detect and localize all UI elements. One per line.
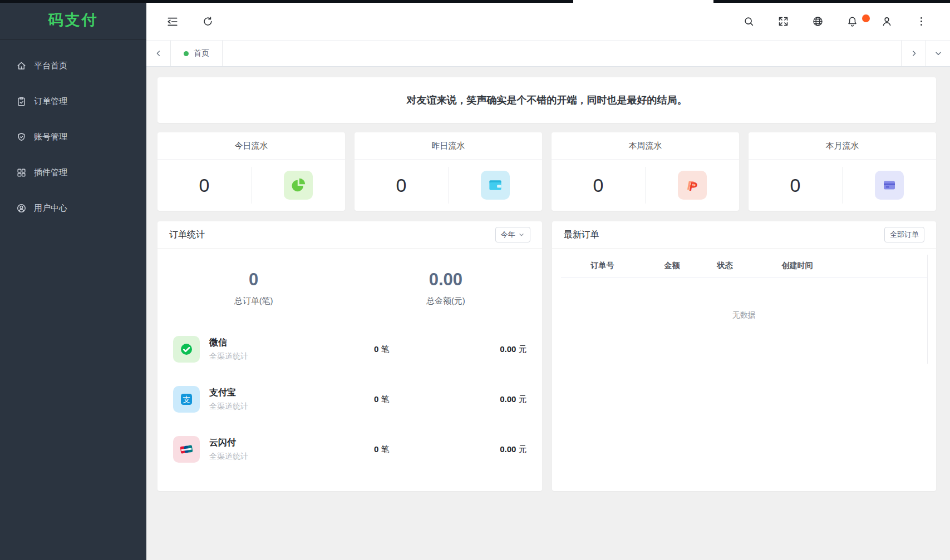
sidebar-item-plugin-management[interactable]: 插件管理 <box>0 155 146 190</box>
panels-row: 订单统计 今年 0 总订单(笔) 0.00 总金额(元 <box>157 221 936 491</box>
tab-home[interactable]: 首页 <box>171 41 223 66</box>
pay-channel-count: 0 笔 <box>374 444 408 455</box>
quote-banner: 对友谊来说，笑声确实是个不错的开端，同时也是最好的结局。 <box>157 77 936 123</box>
stat-card-this-month: 本月流水 0 <box>749 132 936 211</box>
user-icon[interactable] <box>881 16 893 27</box>
latest-orders-title: 最新订单 <box>564 229 599 241</box>
pay-channel-row-wechat[interactable]: 微信 全渠道统计 0 笔 0.00 元 <box>173 324 527 374</box>
table-scrollbar-track[interactable] <box>927 255 928 364</box>
stat-card-title: 本月流水 <box>749 132 936 160</box>
svg-text:P: P <box>689 180 697 194</box>
paypal-icon: PP <box>678 171 707 200</box>
topbar-right <box>743 16 927 27</box>
wallet-icon <box>481 171 510 200</box>
column-header-status: 状态 <box>700 261 750 271</box>
tabs-scroll-right-icon[interactable] <box>901 41 926 66</box>
sidebar-item-label: 账号管理 <box>34 132 67 142</box>
stat-card-value: 0 <box>157 175 251 196</box>
pay-channel-name: 云闪付 <box>209 437 374 449</box>
stat-card-body: 0 <box>749 160 936 211</box>
order-stats-panel: 订单统计 今年 0 总订单(笔) 0.00 总金额(元 <box>157 221 542 491</box>
pay-channel-row-unionpay[interactable]: 云闪付 全渠道统计 0 笔 0.00 元 <box>173 424 527 474</box>
search-icon[interactable] <box>743 16 755 27</box>
stat-card-title: 昨日流水 <box>355 132 542 160</box>
stat-card-value: 0 <box>749 175 842 196</box>
sidebar-item-label: 订单管理 <box>34 96 67 107</box>
stat-card-value: 0 <box>355 175 448 196</box>
user-center-icon <box>16 203 27 214</box>
stat-card-body: 0 <box>157 160 345 211</box>
pay-channel-subtitle: 全渠道统计 <box>209 402 374 412</box>
pay-channel-amount: 0.00 元 <box>408 444 527 455</box>
total-orders: 0 总订单(笔) <box>157 270 350 306</box>
main-area: 首页 对友谊来说，笑声确实是个不错的开端，同时也是最好的结局。 今日流水 0 <box>146 0 950 560</box>
window-top-edge-gap <box>573 0 713 3</box>
app-logo: 码支付 <box>0 0 146 40</box>
stat-card-yesterday: 昨日流水 0 <box>355 132 542 211</box>
chevron-down-icon <box>518 231 525 238</box>
sidebar-item-label: 插件管理 <box>34 167 67 178</box>
column-header-created-at: 创建时间 <box>750 261 845 271</box>
pay-channel-amount: 0.00 元 <box>408 394 527 405</box>
unionpay-icon <box>173 436 200 463</box>
pay-channel-subtitle: 全渠道统计 <box>209 452 374 462</box>
window-top-edge <box>0 0 950 3</box>
order-icon <box>16 96 27 107</box>
content: 对友谊来说，笑声确实是个不错的开端，同时也是最好的结局。 今日流水 0 <box>146 67 950 560</box>
orders-table-header: 订单号 金额 状态 创建时间 <box>561 254 928 278</box>
tabbar: 首页 <box>146 40 950 67</box>
pay-channel-count: 0 笔 <box>374 394 408 405</box>
sidebar-item-account-management[interactable]: 账号管理 <box>0 119 146 155</box>
column-header-order-no: 订单号 <box>561 261 644 271</box>
account-icon <box>16 132 27 142</box>
sidebar-item-order-management[interactable]: 订单管理 <box>0 83 146 119</box>
fold-sidebar-icon[interactable] <box>166 16 179 28</box>
active-tab-dot <box>184 51 189 56</box>
topbar-left <box>166 16 214 28</box>
tabs-menu-chevron-down-icon[interactable] <box>926 41 950 66</box>
tab-label: 首页 <box>194 48 209 58</box>
pay-channel-name: 支付宝 <box>209 387 374 399</box>
pay-channel-name: 微信 <box>209 337 374 349</box>
total-amount: 0.00 总金额(元) <box>350 270 542 306</box>
stat-card-today: 今日流水 0 <box>157 132 345 211</box>
pay-channel-row-alipay[interactable]: 支 支付宝 全渠道统计 0 笔 0.00 <box>173 374 527 424</box>
pay-channel-count: 0 笔 <box>374 344 408 355</box>
year-range-dropdown[interactable]: 今年 <box>495 227 530 242</box>
notification-dot <box>862 14 870 22</box>
stat-card-value: 0 <box>552 175 645 196</box>
total-orders-value: 0 <box>157 270 350 290</box>
tabs-scroll-left-icon[interactable] <box>146 41 171 66</box>
stat-cards-row: 今日流水 0 昨日流水 0 <box>157 132 936 211</box>
pay-channel-amount: 0.00 元 <box>408 344 527 355</box>
total-amount-label: 总金额(元) <box>350 296 542 306</box>
stat-card-title: 今日流水 <box>157 132 345 160</box>
svg-text:支: 支 <box>183 395 190 404</box>
latest-orders-panel: 最新订单 全部订单 订单号 金额 状态 创建时间 无数据 <box>552 221 937 491</box>
fullscreen-icon[interactable] <box>777 16 789 27</box>
orders-table: 订单号 金额 状态 创建时间 无数据 <box>552 249 937 320</box>
year-range-label: 今年 <box>501 230 515 240</box>
all-orders-button[interactable]: 全部订单 <box>884 227 924 242</box>
sidebar-item-platform-home[interactable]: 平台首页 <box>0 48 146 83</box>
sidebar: 码支付 平台首页 订单管理 账号管理 <box>0 0 146 560</box>
sidebar-item-label: 平台首页 <box>34 61 67 71</box>
sidebar-item-user-center[interactable]: 用户中心 <box>0 190 146 226</box>
sidebar-item-label: 用户中心 <box>34 203 67 214</box>
total-amount-value: 0.00 <box>350 270 542 290</box>
wechat-pay-icon <box>173 336 200 363</box>
column-header-amount: 金额 <box>644 261 700 271</box>
refresh-icon[interactable] <box>202 16 214 27</box>
stat-card-title: 本周流水 <box>552 132 739 160</box>
sidebar-nav: 平台首页 订单管理 账号管理 插件管理 <box>0 40 146 226</box>
more-icon[interactable] <box>915 16 927 27</box>
app-root: 码支付 平台首页 订单管理 账号管理 <box>0 0 950 560</box>
stat-card-body: 0 PP <box>552 160 739 211</box>
bell-icon[interactable] <box>846 16 858 27</box>
alipay-icon: 支 <box>173 386 200 413</box>
pay-channel-subtitle: 全渠道统计 <box>209 351 374 361</box>
credit-card-icon <box>875 171 904 200</box>
stat-card-body: 0 <box>355 160 542 211</box>
total-orders-label: 总订单(笔) <box>157 296 350 306</box>
globe-icon[interactable] <box>812 16 824 27</box>
